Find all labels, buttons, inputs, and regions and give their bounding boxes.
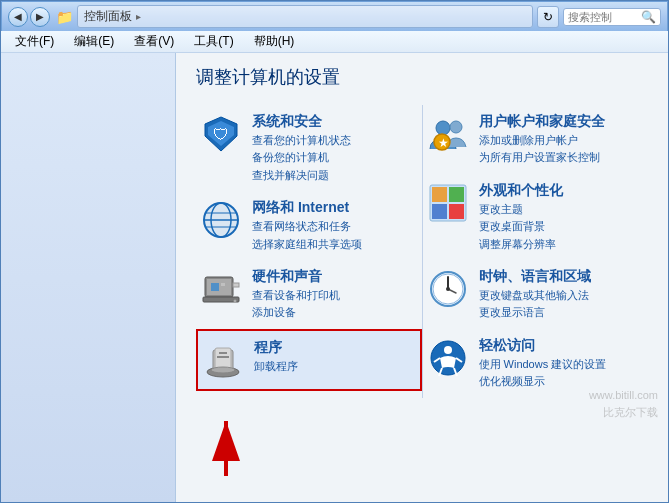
folder-icon: 📁 (56, 9, 73, 25)
watermark-line1: www.bitill.com (589, 387, 658, 405)
appearance-text: 外观和个性化 更改主题 更改桌面背景 调整屏幕分辨率 (479, 182, 563, 252)
programs-title[interactable]: 程序 (254, 339, 298, 357)
svg-rect-29 (432, 204, 447, 219)
svg-point-13 (234, 299, 237, 302)
menu-bar: 文件(F) 编辑(E) 查看(V) 工具(T) 帮助(H) (1, 31, 668, 53)
window-controls: ◀ ▶ (8, 7, 50, 27)
back-button[interactable]: ◀ (8, 7, 28, 27)
svg-text:🛡: 🛡 (213, 126, 229, 143)
content-panel: 调整计算机的设置 🛡 系统和安全 (176, 53, 668, 503)
breadcrumb[interactable]: 控制面板 ▸ (77, 5, 533, 28)
watermark-line2: 比克尔下载 (589, 404, 658, 422)
breadcrumb-text: 控制面板 (84, 8, 132, 25)
appearance-link2[interactable]: 更改桌面背景 (479, 219, 563, 234)
hardware-link1[interactable]: 查看设备和打印机 (252, 288, 340, 303)
svg-rect-15 (221, 283, 225, 286)
breadcrumb-chevron: ▸ (136, 11, 141, 22)
user-accounts-title[interactable]: 用户帐户和家庭安全 (479, 113, 605, 131)
system-security-link2[interactable]: 备份您的计算机 (252, 150, 351, 165)
svg-point-23 (450, 121, 462, 133)
system-security-link3[interactable]: 查找并解决问题 (252, 168, 351, 183)
network-text: 网络和 Internet 查看网络状态和任务 选择家庭组和共享选项 (252, 199, 362, 252)
refresh-icon: ↻ (543, 10, 553, 24)
category-clock[interactable]: 时钟、语言和区域 更改键盘或其他输入法 更改显示语言 (423, 260, 649, 329)
ease-icon (427, 337, 469, 379)
system-security-title[interactable]: 系统和安全 (252, 113, 351, 131)
title-bar: ◀ ▶ 📁 控制面板 ▸ ↻ 🔍 (1, 1, 668, 31)
category-user-accounts[interactable]: ★ 用户帐户和家庭安全 添加或删除用户帐户 为所有用户设置家长控制 (423, 105, 649, 174)
refresh-button[interactable]: ↻ (537, 6, 559, 28)
svg-point-19 (211, 367, 235, 373)
appearance-icon (427, 182, 469, 224)
sidebar (1, 53, 176, 503)
search-input[interactable] (568, 11, 638, 23)
user-accounts-link2[interactable]: 为所有用户设置家长控制 (479, 150, 605, 165)
network-link2[interactable]: 选择家庭组和共享选项 (252, 237, 362, 252)
category-network[interactable]: 网络和 Internet 查看网络状态和任务 选择家庭组和共享选项 (196, 191, 422, 260)
forward-button[interactable]: ▶ (30, 7, 50, 27)
hardware-icon (200, 268, 242, 310)
ease-link2[interactable]: 优化视频显示 (479, 374, 607, 389)
main-window: ◀ ▶ 📁 控制面板 ▸ ↻ 🔍 文件(F) 编辑(E) 查看(V) 工具(T)… (0, 0, 669, 503)
svg-rect-20 (219, 352, 227, 354)
programs-text: 程序 卸载程序 (254, 339, 298, 374)
clock-text: 时钟、语言和区域 更改键盘或其他输入法 更改显示语言 (479, 268, 591, 321)
svg-rect-28 (449, 187, 464, 202)
network-title[interactable]: 网络和 Internet (252, 199, 362, 217)
svg-rect-30 (449, 204, 464, 219)
menu-edit[interactable]: 编辑(E) (68, 31, 120, 52)
svg-point-22 (436, 121, 450, 135)
svg-rect-27 (432, 187, 447, 202)
shield-icon: 🛡 (200, 113, 242, 155)
category-hardware[interactable]: 硬件和声音 查看设备和打印机 添加设备 (196, 260, 422, 329)
appearance-link3[interactable]: 调整屏幕分辨率 (479, 237, 563, 252)
ease-text: 轻松访问 使用 Windows 建议的设置 优化视频显示 (479, 337, 607, 390)
svg-rect-21 (217, 356, 229, 358)
programs-icon (202, 339, 244, 381)
search-icon: 🔍 (641, 10, 656, 24)
svg-point-8 (204, 203, 238, 237)
category-system-security[interactable]: 🛡 系统和安全 查看您的计算机状态 备份您的计算机 查找并解决问题 (196, 105, 422, 191)
clock-link2[interactable]: 更改显示语言 (479, 305, 591, 320)
categories-left: 🛡 系统和安全 查看您的计算机状态 备份您的计算机 查找并解决问题 (196, 105, 422, 398)
ease-link1[interactable]: 使用 Windows 建议的设置 (479, 357, 607, 372)
search-box[interactable]: 🔍 (563, 8, 661, 26)
clock-icon (427, 268, 469, 310)
category-programs[interactable]: 程序 卸载程序 (196, 329, 422, 391)
menu-help[interactable]: 帮助(H) (248, 31, 301, 52)
svg-point-37 (444, 346, 452, 354)
watermark: www.bitill.com 比克尔下载 (589, 387, 658, 422)
ease-title[interactable]: 轻松访问 (479, 337, 607, 355)
appearance-link1[interactable]: 更改主题 (479, 202, 563, 217)
menu-file[interactable]: 文件(F) (9, 31, 60, 52)
user-accounts-link1[interactable]: 添加或删除用户帐户 (479, 133, 605, 148)
users-icon: ★ (427, 113, 469, 155)
system-security-link1[interactable]: 查看您的计算机状态 (252, 133, 351, 148)
svg-rect-14 (211, 283, 219, 291)
menu-tools[interactable]: 工具(T) (188, 31, 239, 52)
system-security-text: 系统和安全 查看您的计算机状态 备份您的计算机 查找并解决问题 (252, 113, 351, 183)
page-title: 调整计算机的设置 (196, 65, 648, 89)
main-content: 调整计算机的设置 🛡 系统和安全 (1, 53, 668, 503)
hardware-link2[interactable]: 添加设备 (252, 305, 340, 320)
nav-bar: 📁 控制面板 ▸ ↻ 🔍 (56, 5, 661, 28)
svg-rect-11 (233, 283, 239, 287)
hardware-text: 硬件和声音 查看设备和打印机 添加设备 (252, 268, 340, 321)
svg-text:★: ★ (438, 136, 449, 150)
categories-right: ★ 用户帐户和家庭安全 添加或删除用户帐户 为所有用户设置家长控制 (423, 105, 649, 398)
clock-title[interactable]: 时钟、语言和区域 (479, 268, 591, 286)
appearance-title[interactable]: 外观和个性化 (479, 182, 563, 200)
network-icon (200, 199, 242, 241)
hardware-title[interactable]: 硬件和声音 (252, 268, 340, 286)
menu-view[interactable]: 查看(V) (128, 31, 180, 52)
clock-link1[interactable]: 更改键盘或其他输入法 (479, 288, 591, 303)
programs-link1[interactable]: 卸载程序 (254, 359, 298, 374)
svg-point-35 (446, 287, 450, 291)
user-accounts-text: 用户帐户和家庭安全 添加或删除用户帐户 为所有用户设置家长控制 (479, 113, 605, 166)
network-link1[interactable]: 查看网络状态和任务 (252, 219, 362, 234)
category-appearance[interactable]: 外观和个性化 更改主题 更改桌面背景 调整屏幕分辨率 (423, 174, 649, 260)
categories-layout: 🛡 系统和安全 查看您的计算机状态 备份您的计算机 查找并解决问题 (196, 105, 648, 398)
